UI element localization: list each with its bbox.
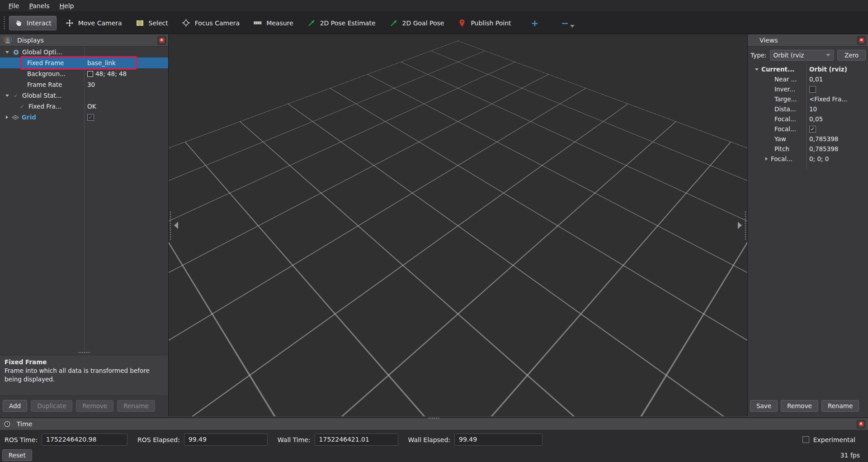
add-tool-button[interactable]: +: [527, 17, 543, 29]
enabled-checkbox[interactable]: ✓: [87, 114, 94, 121]
row-label-cell: ✓Fixed Fra...: [0, 101, 84, 112]
row-label-cell: Inver...: [748, 84, 807, 94]
row-value-cell: 30: [84, 79, 168, 90]
reset-button[interactable]: Reset: [2, 449, 32, 461]
clock-icon: [3, 421, 11, 427]
menu-file[interactable]: File: [4, 1, 24, 11]
views-close-button[interactable]: ×: [857, 36, 866, 45]
add-button[interactable]: Add: [3, 400, 27, 412]
displays-panel-title: Displays: [17, 37, 154, 44]
crosshair-icon: [182, 19, 190, 27]
collapse-right-panel-arrow[interactable]: [738, 222, 742, 229]
check-icon: ✓: [12, 92, 20, 99]
displays-row-grid[interactable]: Grid✓: [0, 112, 168, 123]
tool-select[interactable]: Select: [131, 16, 173, 30]
tool-focus-camera[interactable]: Focus Camera: [177, 15, 245, 30]
tool-measure[interactable]: Measure: [249, 16, 298, 30]
views-row-focal-9[interactable]: Focal...0; 0; 0: [748, 154, 868, 164]
tool-interact[interactable]: Interact: [9, 16, 57, 30]
time-close-button[interactable]: ×: [857, 420, 865, 429]
time-field-wall-elapsed: Wall Elapsed:99.49: [408, 433, 542, 446]
row-value-cell: OK: [84, 101, 168, 112]
row-label-cell: Fixed Frame: [0, 57, 84, 68]
wall-elapsed-input[interactable]: 99.49: [454, 433, 542, 446]
tool-2d-pose-estimate[interactable]: 2D Pose Estimate: [302, 15, 381, 31]
close-icon: ×: [159, 38, 165, 43]
views-row-yaw-7[interactable]: Yaw0,785398: [748, 134, 868, 144]
save-button-views[interactable]: Save: [750, 400, 778, 412]
left-panel-resize-handle[interactable]: [170, 211, 171, 240]
views-row-inver-2[interactable]: Inver...: [748, 84, 868, 94]
remove-tool-button[interactable]: −: [557, 17, 579, 29]
close-icon: ×: [859, 421, 864, 427]
color-swatch[interactable]: [87, 71, 93, 77]
rename-button-views[interactable]: Rename: [821, 400, 859, 412]
property-label: Near ...: [774, 76, 797, 83]
row-label-cell: ✓Global Stat...: [0, 90, 84, 101]
views-row-focal-5[interactable]: Focal...0,05: [748, 114, 868, 124]
property-checkbox[interactable]: ✓: [809, 126, 816, 133]
tool-publish-point[interactable]: Publish Point: [453, 16, 516, 30]
row-label-cell: Focal...: [748, 124, 807, 134]
menu-panels[interactable]: Panels: [24, 1, 54, 11]
ros-elapsed-input[interactable]: 99.49: [184, 433, 268, 446]
zero-button[interactable]: Zero: [837, 50, 866, 61]
selection-box-icon: [136, 20, 144, 26]
indent-spacer: [748, 79, 774, 80]
property-label: Fixed Fra...: [28, 103, 61, 110]
check-icon: ✓: [18, 103, 26, 110]
views-row-near-1[interactable]: Near ...0,01: [748, 74, 868, 84]
displays-splitter[interactable]: [0, 350, 168, 355]
displays-row-fixed-frame[interactable]: Fixed Framebase_link: [0, 57, 168, 68]
tool-label: Focus Camera: [195, 19, 240, 27]
property-checkbox[interactable]: [809, 86, 816, 93]
row-value-cell: ✓: [84, 112, 168, 123]
row-label-cell: Grid: [0, 112, 84, 123]
displays-row-fixed-fra[interactable]: ✓Fixed Fra...OK: [0, 101, 168, 112]
property-label: Focal...: [774, 125, 796, 133]
views-row-targe-3[interactable]: Targe...<Fixed Fra...: [748, 94, 868, 104]
time-fields: ROS Time:1752246420.98ROS Elapsed:99.49W…: [0, 430, 868, 446]
expander-down-icon[interactable]: [5, 95, 9, 97]
viewport-3d[interactable]: [169, 34, 747, 416]
views-row-pitch-8[interactable]: Pitch0,785398: [748, 144, 868, 154]
remove-button-views[interactable]: Remove: [781, 400, 818, 412]
property-value: 0; 0; 0: [809, 155, 829, 162]
expander-down-icon[interactable]: [755, 68, 759, 71]
expander-down-icon[interactable]: [5, 51, 9, 53]
indent-spacer: [748, 89, 774, 90]
expander-right-icon[interactable]: [765, 157, 768, 161]
property-label: Backgroun...: [27, 70, 66, 77]
collapse-left-panel-arrow[interactable]: [174, 222, 178, 229]
displays-tree: Global Opti...Fixed Framebase_linkBackgr…: [0, 47, 168, 350]
column-divider[interactable]: [807, 64, 807, 169]
views-button-row: SaveRemoveRename: [748, 396, 868, 416]
row-label-cell: Dista...: [748, 104, 807, 114]
displays-row-global-opti[interactable]: Global Opti...: [0, 47, 168, 57]
wall-time-input[interactable]: 1752246421.01: [315, 433, 398, 446]
remove-button[interactable]: Remove: [76, 400, 113, 412]
property-label: Pitch: [774, 145, 789, 152]
view-type-dropdown[interactable]: Orbit (rviz: [770, 50, 834, 61]
displays-row-frame-rate[interactable]: Frame Rate30: [0, 79, 168, 90]
views-row-current-0[interactable]: Current...Orbit (rviz): [748, 64, 868, 74]
menu-help[interactable]: Help: [55, 1, 79, 11]
expander-right-icon[interactable]: [6, 115, 8, 119]
views-row-dista-4[interactable]: Dista...10: [748, 104, 868, 114]
duplicate-button[interactable]: Duplicate: [31, 400, 72, 412]
right-panel-resize-handle[interactable]: [745, 211, 746, 240]
experimental-checkbox[interactable]: [802, 436, 809, 443]
tool-move-camera[interactable]: Move Camera: [61, 16, 127, 30]
rename-button[interactable]: Rename: [117, 400, 155, 412]
displays-row-global-stat[interactable]: ✓Global Stat...: [0, 90, 168, 101]
views-row-focal-6[interactable]: Focal...✓: [748, 124, 868, 134]
ros-time-input[interactable]: 1752246420.98: [42, 433, 127, 446]
time-panel-resize-handle[interactable]: [428, 417, 440, 419]
property-value: <Fixed Fra...: [809, 95, 847, 103]
displays-row-backgroun[interactable]: Backgroun...48; 48; 48: [0, 68, 168, 79]
toolbar-drag-handle[interactable]: [3, 16, 6, 30]
displays-close-button[interactable]: ×: [157, 36, 166, 45]
experimental-option: Experimental: [802, 436, 855, 443]
tool-2d-goal-pose[interactable]: 2D Goal Pose: [385, 15, 449, 31]
row-value-cell: [807, 84, 868, 94]
